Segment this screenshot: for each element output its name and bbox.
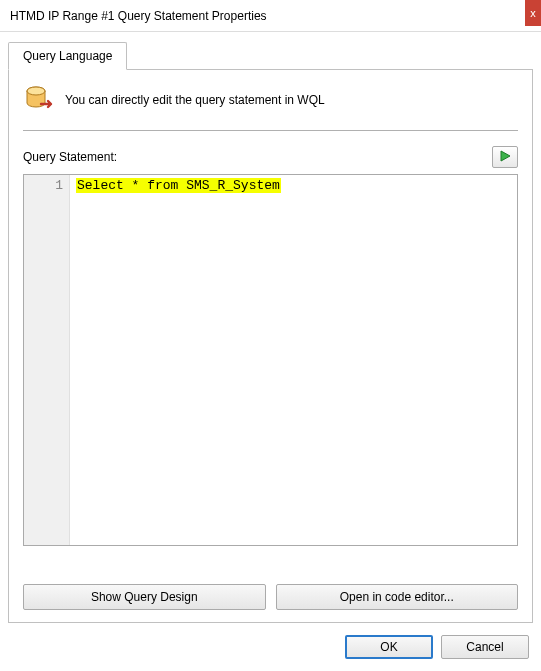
run-icon: [499, 150, 511, 165]
button-label: OK: [380, 640, 397, 654]
run-button[interactable]: [492, 146, 518, 168]
close-button[interactable]: x: [525, 0, 541, 26]
editor-gutter: 1: [24, 175, 70, 545]
highlighted-code: Select * from SMS_R_System: [76, 178, 281, 193]
code-line: Select * from SMS_R_System: [76, 177, 511, 195]
button-label: Open in code editor...: [340, 590, 454, 604]
svg-point-1: [27, 87, 45, 95]
tab-query-language[interactable]: Query Language: [8, 42, 127, 70]
close-icon: x: [530, 7, 536, 19]
tab-label: Query Language: [23, 49, 112, 63]
button-label: Cancel: [466, 640, 503, 654]
panel-button-row: Show Query Design Open in code editor...: [23, 584, 518, 610]
query-statement-label: Query Statement:: [23, 150, 117, 164]
query-editor[interactable]: 1 Select * from SMS_R_System: [23, 174, 518, 546]
window-title: HTMD IP Range #1 Query Statement Propert…: [10, 9, 267, 23]
button-label: Show Query Design: [91, 590, 198, 604]
ok-button[interactable]: OK: [345, 635, 433, 659]
tab-strip: Query Language You can directly edit the…: [0, 32, 541, 623]
editor-code[interactable]: Select * from SMS_R_System: [70, 175, 517, 545]
divider: [23, 130, 518, 132]
open-in-code-editor-button[interactable]: Open in code editor...: [276, 584, 519, 610]
line-number: 1: [24, 177, 63, 195]
show-query-design-button[interactable]: Show Query Design: [23, 584, 266, 610]
database-arrow-icon: [23, 84, 55, 116]
cancel-button[interactable]: Cancel: [441, 635, 529, 659]
dialog-button-row: OK Cancel: [345, 635, 529, 659]
titlebar[interactable]: HTMD IP Range #1 Query Statement Propert…: [0, 0, 541, 32]
tab-panel: You can directly edit the query statemen…: [8, 69, 533, 623]
info-text: You can directly edit the query statemen…: [65, 93, 325, 107]
info-row: You can directly edit the query statemen…: [23, 84, 518, 116]
query-statement-header: Query Statement:: [23, 146, 518, 168]
